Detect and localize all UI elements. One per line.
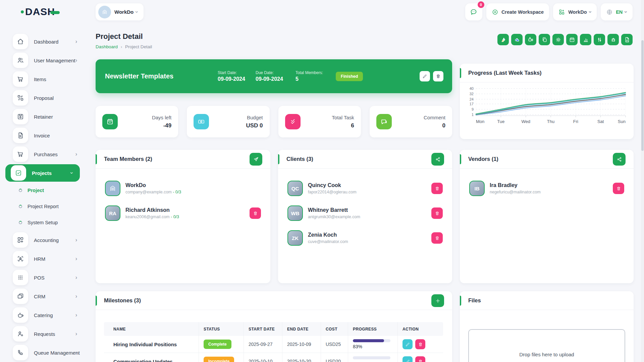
sidebar: Dashboard › User Management › Items Prop… [0, 24, 87, 362]
sidebar-item-label: Proposal [34, 95, 54, 101]
sidebar-item-projects[interactable]: Projects › [5, 164, 80, 182]
sidebar-item-dashboard[interactable]: Dashboard › [0, 32, 87, 51]
delete-milestone-button[interactable] [415, 356, 425, 362]
sidebar-item-label: Dashboard [34, 39, 58, 45]
client-email: cuve@mailinator.com [308, 239, 348, 244]
calendar-button[interactable] [566, 34, 578, 45]
google-drive-button[interactable] [497, 34, 509, 45]
sidebar-item-invoice[interactable]: Invoice [0, 126, 87, 145]
sidebar-item-hrm[interactable]: HRM › [0, 249, 87, 268]
svg-text:1: 1 [472, 113, 474, 117]
sidebar-subitem-project-report[interactable]: Project Report [0, 198, 87, 215]
sidebar-item-purchases[interactable]: Purchases › [0, 145, 87, 164]
trash-icon [418, 342, 423, 347]
avatar: WB [287, 205, 303, 221]
message-count-badge: 0 [478, 1, 484, 8]
settings-button[interactable] [552, 34, 564, 45]
scrollbar-thumb[interactable] [641, 40, 644, 151]
chevron-right-icon: › [75, 275, 77, 281]
delete-project-button[interactable] [433, 71, 443, 81]
sidebar-subitem-project[interactable]: Project [0, 182, 87, 198]
sidebar-item-user-management[interactable]: User Management › [0, 51, 87, 70]
dash-logo[interactable]: DASH [21, 6, 60, 17]
milestone-start-date: 2025-10-10 [244, 353, 282, 362]
cart-icon [13, 146, 28, 162]
table-header-row: NAME STATUS START DATE END DATE COST PRO… [104, 322, 443, 336]
cart-icon [13, 71, 28, 87]
trash-icon [435, 211, 440, 216]
sidebar-item-label: Accounting [34, 237, 59, 243]
remove-client-button[interactable] [431, 232, 443, 244]
bug-report-button[interactable] [607, 34, 619, 45]
remove-vendor-button[interactable] [613, 183, 624, 194]
invoice-report-button[interactable] [621, 34, 633, 45]
stat-label: Total Task [332, 115, 354, 120]
language-selector[interactable]: EN › [601, 3, 633, 20]
remove-client-button[interactable] [431, 183, 443, 194]
copy-button[interactable] [539, 34, 550, 45]
trash-icon [436, 74, 441, 79]
sidebar-item-label: Items [34, 76, 46, 82]
breadcrumb-dashboard-link[interactable]: Dashboard [96, 44, 118, 49]
invite-member-button[interactable] [250, 153, 262, 166]
add-milestone-button[interactable] [431, 294, 444, 307]
client-name: Quincy Cook [308, 182, 357, 188]
report-chart-button[interactable] [580, 34, 591, 45]
client-email: antgrumik30@example.com [308, 215, 360, 219]
messages-button[interactable]: 0 [465, 3, 482, 20]
chevron-right-icon: › [75, 312, 77, 318]
app-menu-button[interactable]: WorkDo › [553, 3, 597, 20]
bullet-icon [19, 205, 22, 208]
grid-plus-icon [13, 232, 28, 248]
clients-title: Clients (3) [278, 156, 313, 162]
sidebar-item-crm[interactable]: CRM › [0, 287, 87, 306]
edit-milestone-button[interactable] [402, 356, 413, 362]
edit-project-button[interactable] [420, 71, 430, 81]
file-dropzone[interactable]: Drop files here to upload [468, 329, 625, 362]
workdo-avatar [105, 181, 120, 196]
chevron-right-icon: › [75, 293, 77, 299]
video-call-button[interactable] [525, 34, 536, 45]
client-name: Zenia Koch [308, 232, 348, 238]
edit-milestone-button[interactable] [402, 339, 413, 349]
grid-plus-icon [558, 9, 565, 15]
start-date-label: Start Date: [218, 70, 256, 75]
logo-dot [21, 10, 24, 13]
sidebar-subitem-system-setup[interactable]: System Setup [0, 215, 87, 231]
status-badge: Incomplete [204, 357, 234, 362]
delete-milestone-button[interactable] [415, 339, 425, 349]
share-icon [435, 157, 441, 162]
topbar-actions: 0 Create Workspace WorkDo › EN › [465, 3, 633, 20]
sidebar-item-items[interactable]: Items [0, 70, 87, 88]
chevron-down-icon: › [624, 11, 629, 13]
sidebar-item-catering[interactable]: Catering › [0, 306, 87, 324]
column-header: STATUS [199, 322, 244, 336]
sidebar-item-queue-management[interactable]: Queue Management › [0, 343, 87, 362]
phone-icon [13, 345, 28, 360]
remove-member-button[interactable] [250, 207, 261, 219]
start-date-block: Start Date: 09-09-2024 [218, 70, 256, 82]
sidebar-subitem-label: Project [28, 188, 44, 193]
onedrive-button[interactable] [511, 34, 523, 45]
sidebar-item-pos[interactable]: POS › [0, 268, 87, 287]
create-workspace-button[interactable]: Create Workspace [486, 3, 549, 20]
column-header: COST [321, 322, 348, 336]
sidebar-item-accounting[interactable]: Accounting › [0, 231, 87, 249]
sidebar-item-label: POS [34, 275, 45, 281]
workspace-name: WorkDo [114, 9, 133, 15]
chevron-right-icon: › [75, 151, 77, 157]
sidebar-item-retainer[interactable]: Retainer [0, 107, 87, 126]
total-members-label: Total Members: [296, 70, 336, 75]
share-vendors-button[interactable] [613, 153, 626, 166]
workspace-switcher[interactable]: WorkDo › [96, 3, 144, 20]
team-member-row: WorkDo company@example.com - 0/3 [96, 176, 270, 201]
remove-client-button[interactable] [431, 207, 443, 219]
sidebar-item-proposal[interactable]: Proposal [0, 88, 87, 107]
share-clients-button[interactable] [431, 153, 444, 166]
milestones-card: Milestones (3) NAME STATUS START DATE EN… [96, 291, 452, 362]
sidebar-item-requests[interactable]: Requests › [0, 324, 87, 343]
scrollbar[interactable] [641, 0, 644, 362]
timeline-button[interactable] [594, 34, 605, 45]
due-date-block: Due Date: 09-09-2024 [256, 70, 296, 82]
invoice-icon [13, 128, 28, 143]
